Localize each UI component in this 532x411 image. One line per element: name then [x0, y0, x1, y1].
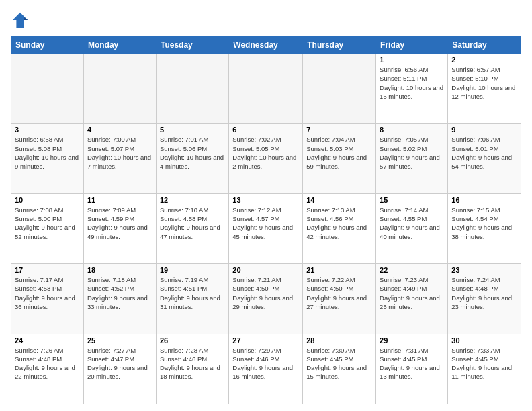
calendar-cell: 12Sunrise: 7:10 AM Sunset: 4:58 PM Dayli…	[156, 193, 228, 263]
calendar-cell: 2Sunrise: 6:57 AM Sunset: 5:10 PM Daylig…	[448, 54, 521, 124]
day-info: Sunrise: 6:57 AM Sunset: 5:10 PM Dayligh…	[451, 65, 517, 101]
day-number: 1	[380, 56, 444, 64]
calendar-cell	[156, 54, 228, 124]
calendar-cell: 9Sunrise: 7:06 AM Sunset: 5:01 PM Daylig…	[448, 124, 521, 193]
header	[11, 11, 521, 30]
day-number: 9	[451, 126, 517, 134]
day-info: Sunrise: 7:22 AM Sunset: 4:50 PM Dayligh…	[306, 275, 372, 311]
logo	[11, 11, 32, 30]
day-number: 10	[15, 196, 80, 204]
day-number: 2	[451, 56, 517, 64]
day-info: Sunrise: 7:12 AM Sunset: 4:57 PM Dayligh…	[232, 205, 299, 241]
calendar-cell: 26Sunrise: 7:28 AM Sunset: 4:46 PM Dayli…	[156, 334, 228, 404]
column-header-sunday: Sunday	[11, 37, 84, 54]
day-info: Sunrise: 7:30 AM Sunset: 4:45 PM Dayligh…	[306, 346, 372, 381]
logo-icon	[11, 11, 30, 30]
calendar-cell: 24Sunrise: 7:26 AM Sunset: 4:48 PM Dayli…	[11, 334, 84, 404]
day-info: Sunrise: 7:05 AM Sunset: 5:02 PM Dayligh…	[380, 135, 444, 171]
column-header-friday: Friday	[376, 37, 448, 54]
day-info: Sunrise: 7:26 AM Sunset: 4:48 PM Dayligh…	[15, 346, 80, 381]
day-info: Sunrise: 7:31 AM Sunset: 4:45 PM Dayligh…	[380, 346, 444, 381]
calendar-cell: 8Sunrise: 7:05 AM Sunset: 5:02 PM Daylig…	[376, 124, 448, 193]
day-info: Sunrise: 7:13 AM Sunset: 4:56 PM Dayligh…	[306, 205, 372, 241]
day-info: Sunrise: 7:08 AM Sunset: 5:00 PM Dayligh…	[15, 205, 80, 241]
day-number: 20	[232, 266, 299, 274]
calendar-cell: 22Sunrise: 7:23 AM Sunset: 4:49 PM Dayli…	[376, 264, 448, 334]
calendar-week-row: 10Sunrise: 7:08 AM Sunset: 5:00 PM Dayli…	[11, 193, 521, 263]
day-info: Sunrise: 7:04 AM Sunset: 5:03 PM Dayligh…	[306, 135, 372, 171]
day-info: Sunrise: 7:24 AM Sunset: 4:48 PM Dayligh…	[451, 275, 517, 311]
calendar-cell: 15Sunrise: 7:14 AM Sunset: 4:55 PM Dayli…	[376, 193, 448, 263]
calendar-week-row: 17Sunrise: 7:17 AM Sunset: 4:53 PM Dayli…	[11, 264, 521, 334]
day-info: Sunrise: 7:18 AM Sunset: 4:52 PM Dayligh…	[87, 275, 152, 311]
day-number: 16	[451, 196, 517, 204]
calendar-cell: 20Sunrise: 7:21 AM Sunset: 4:50 PM Dayli…	[229, 264, 303, 334]
day-info: Sunrise: 7:28 AM Sunset: 4:46 PM Dayligh…	[160, 346, 225, 381]
calendar-cell: 4Sunrise: 7:00 AM Sunset: 5:07 PM Daylig…	[83, 124, 156, 193]
column-header-saturday: Saturday	[448, 37, 521, 54]
day-info: Sunrise: 7:02 AM Sunset: 5:05 PM Dayligh…	[232, 135, 299, 171]
calendar-cell: 28Sunrise: 7:30 AM Sunset: 4:45 PM Dayli…	[303, 334, 376, 404]
column-header-monday: Monday	[83, 37, 156, 54]
calendar-cell: 25Sunrise: 7:27 AM Sunset: 4:47 PM Dayli…	[83, 334, 156, 404]
day-number: 18	[87, 266, 152, 274]
day-info: Sunrise: 6:56 AM Sunset: 5:11 PM Dayligh…	[380, 65, 444, 101]
calendar-cell: 3Sunrise: 6:58 AM Sunset: 5:08 PM Daylig…	[11, 124, 84, 193]
column-header-tuesday: Tuesday	[156, 37, 228, 54]
day-info: Sunrise: 7:23 AM Sunset: 4:49 PM Dayligh…	[380, 275, 444, 311]
day-number: 24	[15, 336, 80, 345]
calendar-cell: 29Sunrise: 7:31 AM Sunset: 4:45 PM Dayli…	[376, 334, 448, 404]
calendar-cell: 6Sunrise: 7:02 AM Sunset: 5:05 PM Daylig…	[229, 124, 303, 193]
day-info: Sunrise: 7:19 AM Sunset: 4:51 PM Dayligh…	[160, 275, 225, 311]
day-number: 15	[380, 196, 444, 204]
day-info: Sunrise: 7:15 AM Sunset: 4:54 PM Dayligh…	[451, 205, 517, 241]
calendar-cell: 23Sunrise: 7:24 AM Sunset: 4:48 PM Dayli…	[448, 264, 521, 334]
calendar-cell: 21Sunrise: 7:22 AM Sunset: 4:50 PM Dayli…	[303, 264, 376, 334]
day-info: Sunrise: 7:27 AM Sunset: 4:47 PM Dayligh…	[87, 346, 152, 381]
calendar-cell: 27Sunrise: 7:29 AM Sunset: 4:46 PM Dayli…	[229, 334, 303, 404]
calendar-cell: 11Sunrise: 7:09 AM Sunset: 4:59 PM Dayli…	[83, 193, 156, 263]
calendar: SundayMondayTuesdayWednesdayThursdayFrid…	[11, 36, 521, 404]
calendar-cell	[83, 54, 156, 124]
day-number: 6	[232, 126, 299, 134]
day-number: 5	[160, 126, 225, 134]
day-info: Sunrise: 7:06 AM Sunset: 5:01 PM Dayligh…	[451, 135, 517, 171]
day-info: Sunrise: 7:09 AM Sunset: 4:59 PM Dayligh…	[87, 205, 152, 241]
day-info: Sunrise: 7:01 AM Sunset: 5:06 PM Dayligh…	[160, 135, 225, 171]
calendar-week-row: 24Sunrise: 7:26 AM Sunset: 4:48 PM Dayli…	[11, 334, 521, 404]
day-number: 23	[451, 266, 517, 274]
day-number: 25	[87, 336, 152, 345]
calendar-header-row: SundayMondayTuesdayWednesdayThursdayFrid…	[11, 37, 521, 54]
day-number: 29	[380, 336, 444, 345]
calendar-cell: 18Sunrise: 7:18 AM Sunset: 4:52 PM Dayli…	[83, 264, 156, 334]
day-number: 3	[15, 126, 80, 134]
calendar-cell: 13Sunrise: 7:12 AM Sunset: 4:57 PM Dayli…	[229, 193, 303, 263]
day-number: 17	[15, 266, 80, 274]
calendar-cell: 19Sunrise: 7:19 AM Sunset: 4:51 PM Dayli…	[156, 264, 228, 334]
page: SundayMondayTuesdayWednesdayThursdayFrid…	[0, 0, 532, 411]
calendar-cell: 5Sunrise: 7:01 AM Sunset: 5:06 PM Daylig…	[156, 124, 228, 193]
day-info: Sunrise: 7:17 AM Sunset: 4:53 PM Dayligh…	[15, 275, 80, 311]
calendar-cell: 10Sunrise: 7:08 AM Sunset: 5:00 PM Dayli…	[11, 193, 84, 263]
day-number: 28	[306, 336, 372, 345]
calendar-week-row: 3Sunrise: 6:58 AM Sunset: 5:08 PM Daylig…	[11, 124, 521, 193]
day-number: 21	[306, 266, 372, 274]
calendar-cell	[303, 54, 376, 124]
day-number: 26	[160, 336, 225, 345]
calendar-week-row: 1Sunrise: 6:56 AM Sunset: 5:11 PM Daylig…	[11, 54, 521, 124]
day-number: 13	[232, 196, 299, 204]
calendar-cell: 30Sunrise: 7:33 AM Sunset: 4:45 PM Dayli…	[448, 334, 521, 404]
column-header-wednesday: Wednesday	[229, 37, 303, 54]
calendar-cell: 14Sunrise: 7:13 AM Sunset: 4:56 PM Dayli…	[303, 193, 376, 263]
day-info: Sunrise: 7:21 AM Sunset: 4:50 PM Dayligh…	[232, 275, 299, 311]
day-info: Sunrise: 7:33 AM Sunset: 4:45 PM Dayligh…	[451, 346, 517, 381]
column-header-thursday: Thursday	[303, 37, 376, 54]
calendar-cell: 1Sunrise: 6:56 AM Sunset: 5:11 PM Daylig…	[376, 54, 448, 124]
day-number: 11	[87, 196, 152, 204]
day-number: 22	[380, 266, 444, 274]
day-info: Sunrise: 7:10 AM Sunset: 4:58 PM Dayligh…	[160, 205, 225, 241]
day-number: 12	[160, 196, 225, 204]
calendar-cell	[11, 54, 84, 124]
day-info: Sunrise: 6:58 AM Sunset: 5:08 PM Dayligh…	[15, 135, 80, 171]
day-info: Sunrise: 7:00 AM Sunset: 5:07 PM Dayligh…	[87, 135, 152, 171]
